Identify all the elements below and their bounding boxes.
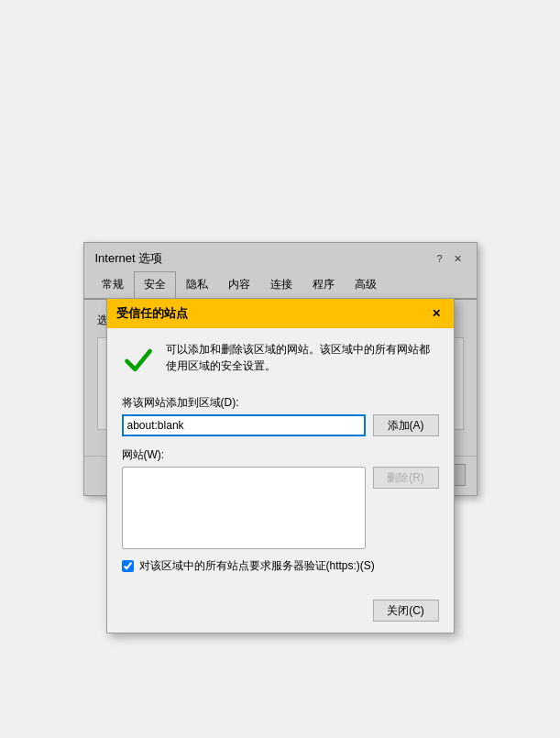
add-input-row: 添加(A) (122, 414, 439, 436)
https-checkbox-label: 对该区域中的所有站点要求服务器验证(https:)(S) (139, 558, 375, 574)
trusted-description-row: 可以添加和删除该区域的网站。该区域中的所有网站都使用区域的安全设置。 (122, 341, 439, 380)
trusted-dialog: 受信任的站点 ✕ 可以添加和删除该区域的网站。该区域中的所有网站都使用区域的安全… (106, 298, 455, 633)
add-zone-row: 将该网站添加到区域(D): 添加(A) (122, 395, 439, 436)
trusted-check-icon (122, 343, 155, 380)
sites-area: 网站(W): 删除(R) (122, 447, 439, 549)
remove-button[interactable]: 删除(R) (373, 467, 439, 489)
sites-row: 删除(R) (122, 467, 439, 549)
main-dialog: Internet 选项 ? ✕ 常规 安全 隐私 内容 连接 程序 高级 选择一… (83, 242, 478, 496)
checkbox-row: 对该区域中的所有站点要求服务器验证(https:)(S) (122, 558, 439, 574)
sites-label: 网站(W): (122, 447, 439, 463)
trusted-close-x-button[interactable]: ✕ (428, 305, 445, 322)
https-checkbox[interactable] (122, 560, 134, 572)
add-zone-label: 将该网站添加到区域(D): (122, 395, 439, 411)
url-input[interactable] (122, 414, 366, 436)
trusted-description-text: 可以添加和删除该区域的网站。该区域中的所有网站都使用区域的安全设置。 (166, 341, 439, 374)
overlay-backdrop: 受信任的站点 ✕ 可以添加和删除该区域的网站。该区域中的所有网站都使用区域的安全… (84, 243, 477, 495)
trusted-close-button[interactable]: 关闭(C) (373, 600, 439, 622)
add-button[interactable]: 添加(A) (373, 414, 439, 436)
trusted-body: 可以添加和删除该区域的网站。该区域中的所有网站都使用区域的安全设置。 将该网站添… (107, 328, 454, 600)
trusted-footer: 关闭(C) (107, 600, 454, 633)
trusted-title-bar: 受信任的站点 ✕ (107, 299, 454, 328)
sites-listbox[interactable] (122, 467, 366, 549)
trusted-dialog-title: 受信任的站点 (116, 305, 188, 322)
